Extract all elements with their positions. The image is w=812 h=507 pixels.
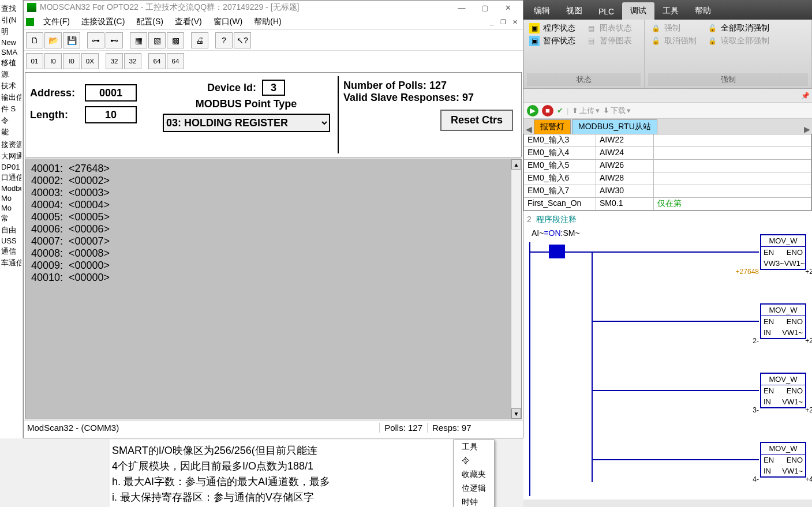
ribbon-tab-debug[interactable]: 调试 xyxy=(622,2,654,20)
mov-block-4[interactable]: MOV_W ENENO INVW1~ xyxy=(760,442,806,478)
address-input[interactable] xyxy=(85,84,137,102)
tool-icon-2[interactable]: ▧ xyxy=(148,32,166,48)
force-button[interactable]: 🔒强制 xyxy=(648,22,699,35)
new-icon[interactable]: 🗋 xyxy=(26,32,43,48)
mdi-restore[interactable]: ❐ xyxy=(497,17,509,27)
variable-row[interactable]: EM0_输入3AIW22 xyxy=(524,134,811,147)
fmt-64-icon[interactable]: 64 xyxy=(148,53,166,69)
menu-connection[interactable]: 连接设置(C) xyxy=(76,16,130,28)
mov-block-2[interactable]: MOV_W ENENO INVW1~ xyxy=(760,303,806,339)
connect-icon[interactable]: ⊶ xyxy=(87,32,104,48)
tool-icon-3[interactable]: ▩ xyxy=(167,32,184,48)
ctx-bit[interactable]: 位逻辑 xyxy=(454,482,494,495)
register-row[interactable]: 40004: <00004> xyxy=(31,199,515,211)
ribbon-tab-help[interactable]: 帮助 xyxy=(687,2,719,20)
variable-row[interactable]: First_Scan_OnSM0.1仅在第 xyxy=(524,198,811,211)
menu-help[interactable]: 帮助(H) xyxy=(248,16,287,28)
length-input[interactable] xyxy=(85,106,137,123)
chart-status-button[interactable]: ▤图表状态 xyxy=(583,22,634,35)
wire-b2 xyxy=(592,321,759,322)
device-id-input[interactable] xyxy=(262,80,285,96)
pin-icon[interactable]: 📌 xyxy=(801,92,810,100)
tool-icon-1[interactable]: ▦ xyxy=(130,32,147,48)
register-row[interactable]: 40006: <00006> xyxy=(31,223,515,235)
ribbon-tab-edit[interactable]: 编辑 xyxy=(526,2,558,20)
register-row[interactable]: 40007: <00007> xyxy=(31,235,515,247)
ribbon-tab-plc[interactable]: PLC xyxy=(590,3,622,20)
app-icon xyxy=(27,3,36,12)
run-button[interactable]: ▶ xyxy=(527,105,538,117)
point-type-select[interactable]: 03: HOLDING REGISTER xyxy=(163,114,330,132)
menu-window[interactable]: 窗口(W) xyxy=(208,16,249,28)
menu-file[interactable]: 文件(F) xyxy=(38,16,76,28)
tab-modbus-slave[interactable]: MODBUS_RTU从站 xyxy=(572,119,657,134)
whats-this-icon[interactable]: ↖? xyxy=(234,32,251,48)
register-row[interactable]: 40002: <00002> xyxy=(31,175,515,187)
variable-row[interactable]: EM0_输入4AIW24 xyxy=(524,147,811,160)
menu-view[interactable]: 查看(V) xyxy=(169,16,208,28)
register-row[interactable]: 40010: <00000> xyxy=(31,272,515,284)
scroll-down-icon[interactable]: ▼ xyxy=(511,408,521,419)
variable-table[interactable]: EM0_输入3AIW22EM0_输入4AIW24EM0_输入5AIW26EM0_… xyxy=(523,134,812,211)
open-icon[interactable]: 📂 xyxy=(44,32,62,48)
fmt-64x-icon[interactable]: 64 xyxy=(167,53,184,69)
download-button[interactable]: ⬇ 下载 ▾ xyxy=(603,106,631,116)
fmt-32-icon[interactable]: 32 xyxy=(106,53,123,69)
menu-config[interactable]: 配置(S) xyxy=(130,16,169,28)
upload-button[interactable]: ⬆ 上传 ▾ xyxy=(572,106,600,116)
tab-alarm[interactable]: 报警灯 xyxy=(534,119,571,134)
context-menu[interactable]: 工具 令 收藏夹 位逻辑 时钟 xyxy=(453,440,495,507)
register-row[interactable]: 40009: <00000> xyxy=(31,260,515,272)
ctx-fav[interactable]: 收藏夹 xyxy=(454,468,494,482)
register-row[interactable]: 40005: <00005> xyxy=(31,211,515,223)
fmt-i0-icon[interactable]: I0 xyxy=(63,53,80,69)
mdi-minimize[interactable]: _ xyxy=(486,17,497,27)
vertical-scrollbar[interactable]: ▲ ▼ xyxy=(511,159,521,419)
tab-scroll-right[interactable]: ▶ xyxy=(802,125,812,134)
fmt-32x-icon[interactable]: 32 xyxy=(124,53,141,69)
ribbon-tab-tool[interactable]: 工具 xyxy=(654,2,687,20)
segment-comment[interactable]: 程序段注释 xyxy=(536,215,577,225)
maximize-button[interactable]: ▢ xyxy=(473,1,496,14)
pause-status-button[interactable]: ▣暂停状态 xyxy=(527,35,578,47)
minimize-button[interactable]: — xyxy=(450,1,473,14)
fmt-01-icon[interactable]: 01 xyxy=(26,53,43,69)
branch-wire xyxy=(592,251,593,482)
fmt-10-icon[interactable]: I0 xyxy=(44,53,62,69)
reset-counters-button[interactable]: Reset Ctrs xyxy=(440,110,513,131)
mov-block-3[interactable]: MOV_W ENENO INVW1~ xyxy=(760,373,806,408)
program-status-button[interactable]: ▣程序状态 xyxy=(527,22,578,35)
ctx-cmd[interactable]: 令 xyxy=(454,454,494,468)
unforce-button[interactable]: 🔓取消强制 xyxy=(648,35,699,47)
stop-button[interactable]: ■ xyxy=(542,105,553,117)
unforce-all-button[interactable]: 🔓全部取消强制 xyxy=(705,22,772,35)
ladder-editor[interactable]: 2 程序段注释 AI~=ON:SM~ MOV_W ENENO VW3~VW1~ … xyxy=(523,211,812,500)
variable-row[interactable]: EM0_输入7AIW30 xyxy=(524,185,811,198)
mov-block-1[interactable]: MOV_W ENENO VW3~VW1~ xyxy=(760,234,806,270)
check-icon[interactable]: ✔ xyxy=(557,106,563,115)
variable-row[interactable]: EM0_输入5AIW26 xyxy=(524,160,811,172)
mov4-in-value: 4- xyxy=(753,475,759,483)
read-all-force-button[interactable]: 🔒读取全部强制 xyxy=(705,35,772,47)
ctx-tools[interactable]: 工具 xyxy=(454,440,494,454)
ribbon-tab-view[interactable]: 视图 xyxy=(558,2,590,20)
tab-scroll-left[interactable]: ◀ xyxy=(523,125,534,134)
mdi-close[interactable]: ✕ xyxy=(509,17,521,27)
save-icon[interactable]: 💾 xyxy=(63,32,80,48)
pause-chart-button[interactable]: ▤暂停图表 xyxy=(583,35,634,47)
window-titlebar[interactable]: MODSCAN32 For OPTO22 - 工控技术交流QQ群：2071492… xyxy=(24,1,523,14)
register-row[interactable]: 40003: <00003> xyxy=(31,187,515,199)
register-row[interactable]: 40001: <27648> xyxy=(31,163,515,175)
help-icon[interactable]: ? xyxy=(215,32,233,48)
responses-label: Valid Slave Responses: xyxy=(343,92,459,103)
close-button[interactable]: ✕ xyxy=(496,1,519,14)
variable-row[interactable]: EM0_输入6AIW28 xyxy=(524,172,811,185)
register-row[interactable]: 40008: <00008> xyxy=(31,247,515,260)
scroll-up-icon[interactable]: ▲ xyxy=(511,159,521,170)
print-icon[interactable]: 🖨 xyxy=(191,32,208,48)
closed-contact-icon[interactable] xyxy=(549,245,565,258)
fmt-0x-icon[interactable]: 0X xyxy=(81,53,99,69)
register-data-area[interactable]: 40001: <27648>40002: <00002>40003: <0000… xyxy=(25,159,522,419)
ctx-clock[interactable]: 时钟 xyxy=(454,495,494,507)
disconnect-icon[interactable]: ⊷ xyxy=(106,32,123,48)
